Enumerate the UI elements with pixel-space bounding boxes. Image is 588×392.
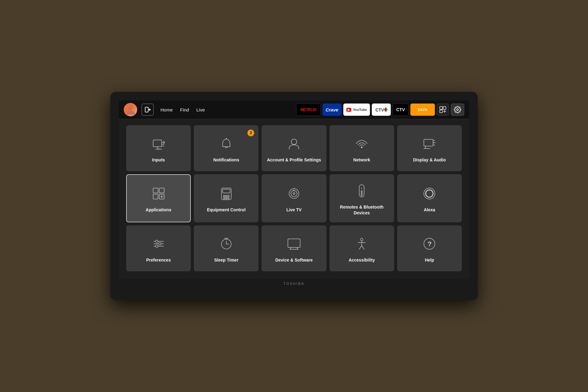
grid-item-account[interactable]: Account & Profile Settings — [262, 125, 326, 171]
svg-rect-64 — [288, 239, 300, 247]
svg-rect-21 — [424, 139, 433, 146]
grid-item-preferences[interactable]: Preferences — [126, 225, 191, 271]
nav-live[interactable]: Live — [196, 106, 205, 114]
grid-item-device-software[interactable]: Device & Software — [262, 225, 326, 271]
grid-item-accessibility[interactable]: Accessibility — [330, 225, 394, 271]
tv-screen: Home Find Live NETFLIX Crave ▶ YouTube — [119, 100, 469, 278]
svg-point-19 — [291, 139, 297, 145]
grid-item-equipment-control[interactable]: Equipment Control — [194, 174, 258, 222]
tv-brand: TOSHIBA — [119, 282, 469, 285]
nav-bar: Home Find Live NETFLIX Crave ▶ YouTube — [119, 100, 469, 119]
svg-line-71 — [359, 246, 362, 249]
grid-item-label-inputs: Inputs — [152, 157, 165, 163]
svg-point-56 — [159, 243, 161, 245]
svg-line-24 — [433, 140, 435, 141]
svg-rect-8 — [440, 110, 443, 113]
svg-point-68 — [360, 238, 363, 241]
youtube-app[interactable]: ▶ YouTube — [343, 104, 370, 116]
svg-point-37 — [228, 195, 229, 197]
svg-point-35 — [223, 195, 225, 197]
svg-line-22 — [425, 146, 426, 149]
grid-item-label-network: Network — [353, 157, 370, 163]
multiview-icon — [439, 106, 446, 113]
svg-point-40 — [228, 198, 229, 199]
grid-item-display-audio[interactable]: Display & Audio — [397, 125, 462, 171]
svg-rect-33 — [221, 188, 231, 200]
svg-point-58 — [156, 245, 158, 247]
svg-line-13 — [157, 147, 159, 149]
grid-item-inputs[interactable]: Inputs — [126, 125, 191, 171]
grid-item-sleep-timer[interactable]: Sleep Timer — [194, 225, 258, 271]
svg-point-44 — [293, 193, 295, 194]
grid-item-label-account: Account & Profile Settings — [267, 157, 321, 163]
inputs-icon — [151, 136, 167, 153]
svg-rect-1 — [145, 107, 148, 112]
svg-point-54 — [156, 240, 158, 243]
svg-point-0 — [128, 106, 133, 110]
multiview-button[interactable] — [437, 104, 449, 116]
grid-item-label-live-tv: Live TV — [286, 207, 302, 213]
svg-rect-29 — [153, 194, 158, 199]
grid-item-help[interactable]: ?Help — [397, 225, 462, 271]
svg-point-50 — [361, 194, 362, 196]
grid-item-applications[interactable]: Applications — [126, 174, 191, 222]
svg-line-65 — [290, 247, 291, 249]
svg-point-52 — [426, 190, 433, 197]
grid-item-live-tv[interactable]: Live TV — [262, 174, 326, 222]
svg-rect-12 — [153, 140, 162, 147]
grid-item-alexa[interactable]: Alexa — [397, 174, 462, 222]
applications-icon — [151, 186, 167, 203]
svg-point-48 — [361, 191, 362, 192]
settings-button[interactable] — [451, 104, 464, 116]
grid-item-label-preferences: Preferences — [146, 257, 171, 263]
svg-text:?: ? — [428, 240, 432, 248]
grid-item-notifications[interactable]: Notifications2 — [194, 125, 258, 171]
grid-item-label-alexa: Alexa — [424, 207, 435, 213]
yt-play-icon: ▶ — [346, 108, 351, 112]
gear-icon — [454, 106, 461, 113]
svg-point-42 — [291, 190, 297, 197]
grid-item-label-applications: Applications — [146, 207, 172, 213]
grid-item-label-notifications: Notifications — [213, 157, 239, 163]
ctv-app[interactable]: CTV — [372, 104, 391, 116]
grid-item-network[interactable]: Network — [330, 125, 394, 171]
notifications-icon — [218, 136, 234, 153]
avatar[interactable] — [124, 103, 137, 116]
crave-app[interactable]: Crave — [322, 104, 341, 116]
account-icon — [286, 136, 302, 153]
appstore-app[interactable]: DAZN — [410, 104, 435, 116]
grid-item-label-equipment-control: Equipment Control — [207, 207, 246, 213]
network-icon — [354, 136, 370, 153]
equipment-control-icon — [218, 186, 234, 203]
netflix-app[interactable]: NETFLIX — [296, 104, 321, 116]
svg-line-72 — [362, 246, 364, 249]
tv-frame: Home Find Live NETFLIX Crave ▶ YouTube — [110, 92, 478, 300]
notification-badge: 2 — [247, 130, 254, 136]
svg-point-20 — [361, 147, 363, 148]
svg-point-36 — [225, 195, 227, 197]
ctv-logo-svg: CTV — [375, 105, 388, 114]
nav-links: Home Find Live — [160, 106, 205, 114]
nav-home[interactable]: Home — [160, 106, 173, 114]
remotes-bluetooth-icon — [354, 183, 370, 200]
alexa-icon — [421, 186, 437, 203]
svg-rect-34 — [223, 189, 230, 193]
grid-item-label-display-audio: Display & Audio — [413, 157, 446, 163]
accessibility-icon — [354, 236, 370, 253]
app-logos: NETFLIX Crave ▶ YouTube CTV — [296, 104, 464, 116]
grid-item-label-sleep-timer: Sleep Timer — [214, 257, 238, 263]
svg-rect-6 — [440, 107, 443, 109]
svg-rect-27 — [153, 188, 158, 193]
settings-grid: InputsNotifications2Account & Profile Se… — [119, 119, 469, 278]
nav-find[interactable]: Find — [180, 106, 189, 114]
exit-button[interactable] — [141, 104, 154, 116]
grid-item-remotes-bluetooth[interactable]: Remotes & Bluetooth Devices — [330, 174, 394, 222]
dazn-app[interactable]: CTV — [393, 104, 409, 116]
svg-rect-28 — [159, 188, 164, 193]
svg-text:CTV: CTV — [375, 107, 384, 112]
svg-rect-7 — [443, 107, 446, 109]
display-audio-icon — [421, 136, 437, 153]
live-tv-icon — [286, 186, 302, 203]
svg-line-67 — [297, 247, 298, 249]
preferences-icon — [151, 236, 167, 253]
